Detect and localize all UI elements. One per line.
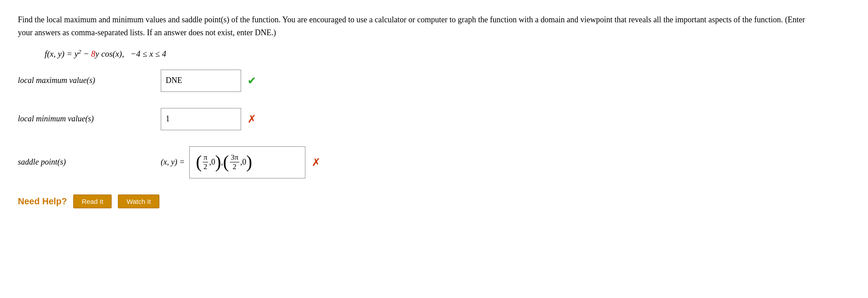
local-min-row: local minimum value(s) ✗ [18,108,850,130]
open-paren-2: ( [223,153,229,171]
formula-suffix: y cos(x), −4 ≤ x ≤ 4 [96,49,167,58]
answers-section: local maximum value(s) ✔ local minimum v… [18,70,850,178]
formula-red: 8 [91,49,96,58]
saddle-prefix: (x, y) = [161,157,185,167]
problem-description: Find the local maximum and minimum value… [18,13,822,39]
local-max-input[interactable] [161,70,241,92]
local-min-input[interactable] [161,108,241,130]
pi-over-2-fraction: π 2 [203,153,209,172]
problem-text: Find the local maximum and minimum value… [18,15,805,37]
need-help-section: Need Help? Read It Watch It [18,195,850,208]
close-paren-1: ) [215,153,221,171]
comma-1: ,0 [209,157,215,167]
read-it-button[interactable]: Read It [73,195,112,208]
watch-it-button[interactable]: Watch It [118,195,159,208]
close-paren-2: ) [246,153,252,171]
local-max-check-icon: ✔ [247,74,256,87]
saddle-cross-icon: ✗ [312,156,321,169]
saddle-label: saddle point(s) [18,157,161,167]
local-max-row: local maximum value(s) ✔ [18,70,850,92]
saddle-row: saddle point(s) (x, y) = ( π 2 ,0 ) , ( … [18,146,850,178]
saddle-input-box[interactable]: ( π 2 ,0 ) , ( 3π 2 ,0 ) [189,146,305,178]
formula-line: f(x, y) = y2 − 8y cos(x), −4 ≤ x ≤ 4 [45,48,850,59]
open-paren-1: ( [196,153,202,171]
comma-2: ,0 [240,157,246,167]
formula-prefix: f(x, y) = y2 − [45,49,91,58]
local-min-cross-icon: ✗ [247,113,256,125]
3pi-over-2-fraction: 3π 2 [230,153,239,172]
need-help-label: Need Help? [18,196,67,207]
local-max-label: local maximum value(s) [18,76,161,85]
local-min-label: local minimum value(s) [18,114,161,124]
